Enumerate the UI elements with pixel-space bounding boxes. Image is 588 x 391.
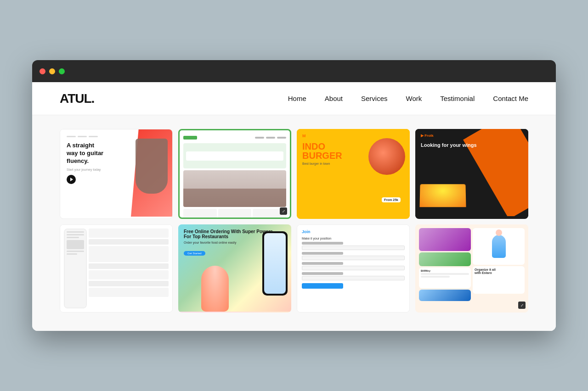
portfolio-item-dashboard[interactable]: BillMey Or [415, 224, 528, 313]
portfolio-item-burger[interactable]: M INDOBURGER Best burger in town From 25… [297, 129, 410, 219]
browser-window: ATUL. Home About Services Work Testimoni… [32, 60, 556, 331]
nav-item-about[interactable]: About [325, 95, 343, 103]
portfolio-item-realestate[interactable] [178, 129, 291, 219]
expand-icon-dashboard[interactable] [518, 302, 526, 309]
portfolio-item-wireframe[interactable] [60, 224, 173, 313]
nav-link-work[interactable]: Work [406, 95, 422, 102]
nav-link-services[interactable]: Services [361, 95, 388, 102]
nav-item-testimonial[interactable]: Testimonial [440, 95, 475, 103]
portfolio-item-guitar[interactable]: A straightway to guitarfluency. Start yo… [60, 129, 173, 219]
nav-item-work[interactable]: Work [406, 95, 422, 103]
navbar: ATUL. Home About Services Work Testimoni… [32, 82, 556, 115]
browser-titlebar [32, 60, 556, 82]
brand-logo[interactable]: ATUL. [60, 91, 94, 106]
nav-item-contact[interactable]: Contact Me [493, 95, 528, 103]
portfolio-item-form[interactable]: Join Make it your position [297, 224, 410, 313]
browser-content: ATUL. Home About Services Work Testimoni… [32, 82, 556, 331]
nav-link-about[interactable]: About [325, 95, 343, 102]
portfolio-section: A straightway to guitarfluency. Start yo… [32, 115, 556, 331]
nav-item-home[interactable]: Home [288, 95, 306, 103]
nav-link-testimonial[interactable]: Testimonial [440, 95, 475, 102]
nav-link-home[interactable]: Home [288, 95, 306, 102]
nav-item-services[interactable]: Services [361, 95, 388, 103]
portfolio-grid: A straightway to guitarfluency. Start yo… [60, 129, 528, 313]
maximize-button[interactable] [59, 68, 65, 74]
minimize-button[interactable] [49, 68, 55, 74]
close-button[interactable] [40, 68, 45, 74]
nav-links: Home About Services Work Testimonial Con… [288, 95, 528, 103]
nav-link-contact[interactable]: Contact Me [493, 95, 528, 102]
portfolio-item-food-app[interactable]: Free Online Ordering With Super PowersFo… [178, 224, 291, 313]
portfolio-item-car[interactable]: ▶ Frolk Looking for your wings [415, 129, 528, 219]
expand-icon[interactable] [280, 207, 287, 215]
